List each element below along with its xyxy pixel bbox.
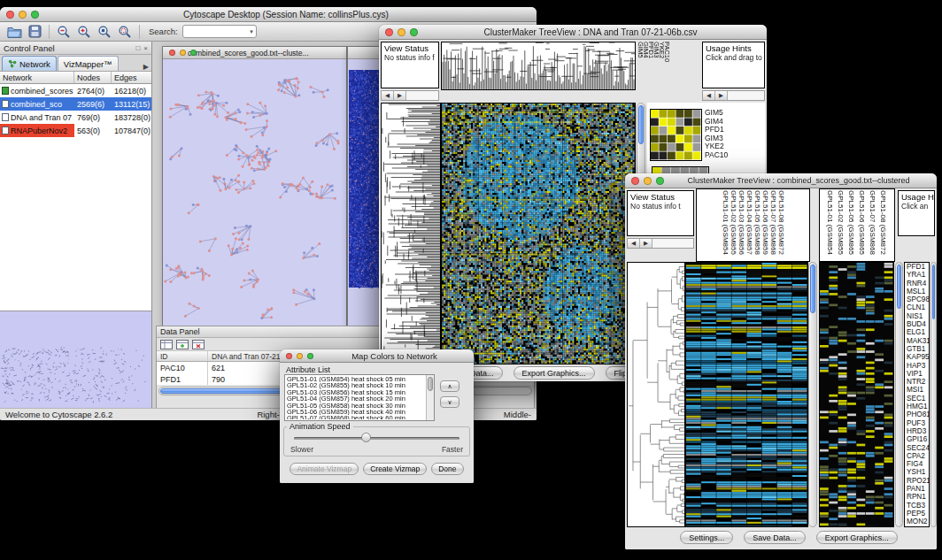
network-overview-canvas[interactable]	[0, 311, 151, 407]
network-row[interactable]: combined_scores 2764(0) 16218(0)	[0, 84, 151, 97]
scroll-left-button[interactable]: ◀	[703, 91, 715, 100]
minimize-window-button[interactable]	[19, 11, 27, 19]
gene-label[interactable]: BUD4	[907, 320, 929, 328]
close-window-button[interactable]	[169, 50, 175, 56]
scroll-track[interactable]	[728, 91, 764, 100]
scrollbar-thumb[interactable]	[932, 265, 935, 319]
zoom-window-button[interactable]	[410, 28, 418, 36]
gene-label[interactable]: GTB1	[907, 345, 929, 353]
minimize-window-button[interactable]	[398, 28, 405, 36]
float-panel-icon[interactable]: □	[135, 44, 140, 52]
gene-label[interactable]: TCB3	[907, 502, 929, 510]
network-row[interactable]: DNA and Tran 07 769(0) 183728(0)	[0, 111, 151, 124]
row-dendrogram-canvas[interactable]	[382, 104, 440, 364]
gene-label[interactable]: PAN1	[907, 485, 929, 493]
tab-overflow-arrow[interactable]: ▶	[143, 63, 149, 71]
scroll-right-button[interactable]: ▶	[715, 91, 728, 100]
correlation-matrix-canvas[interactable]	[651, 110, 701, 160]
scrollbar-thumb[interactable]	[428, 377, 433, 391]
scroll-left-button[interactable]: ◀	[628, 239, 640, 248]
attribute-item[interactable]: GPL51-03 (GSM856) heat shock 15 min	[287, 389, 425, 395]
gene-label[interactable]: YSH1	[907, 468, 929, 476]
scroll-left-button[interactable]: ◀	[382, 91, 394, 100]
gene-label[interactable]: MSI1	[907, 386, 929, 394]
column-dendrogram-canvas[interactable]	[442, 42, 635, 89]
secondary-heatmap-canvas[interactable]	[820, 263, 893, 526]
gene-label[interactable]: PUF3	[907, 419, 929, 427]
close-panel-icon[interactable]: ×	[143, 44, 148, 52]
gene-label[interactable]: RNR4	[907, 280, 929, 288]
close-window-button[interactable]	[286, 353, 292, 359]
scroll-track[interactable]	[652, 239, 693, 248]
attribute-item[interactable]: GPL51-05 (GSM858) heat shock 30 min	[287, 403, 425, 409]
minimize-window-button[interactable]	[180, 50, 186, 56]
gene-label[interactable]: RPO21	[907, 477, 929, 485]
create-attribute-icon[interactable]	[176, 340, 189, 349]
gene-label[interactable]: NTR2	[907, 378, 929, 386]
gene-label[interactable]: HAP3	[907, 362, 929, 370]
gene-label[interactable]: RPN1	[907, 493, 929, 501]
zoom-fit-button[interactable]	[96, 24, 113, 40]
gene-label[interactable]: GPI16	[907, 435, 929, 443]
vertical-scrollbar[interactable]	[895, 262, 903, 527]
gene-label[interactable]: CPA2	[907, 452, 929, 460]
attribute-item[interactable]: GPL51-06 (GSM859) heat shock 40 min	[287, 409, 425, 415]
dialog-button[interactable]: Animate Vizmap	[290, 463, 359, 475]
scroll-track[interactable]	[406, 91, 438, 100]
gene-label[interactable]: NIS1	[907, 312, 929, 320]
vertical-scrollbar[interactable]	[930, 262, 937, 527]
dialog-button[interactable]: Create Vizmap	[363, 463, 427, 475]
open-session-button[interactable]	[5, 24, 23, 40]
zoom-window-button[interactable]	[190, 50, 197, 56]
attribute-list[interactable]: GPL51-01 (GSM854) heat shock 05 minGPL51…	[284, 374, 435, 421]
heatmap-canvas[interactable]	[686, 263, 807, 526]
treeview-dna-titlebar[interactable]: ClusterMaker TreeView : DNA and Tran 07-…	[379, 25, 767, 40]
gene-label[interactable]: HRD3	[907, 427, 929, 435]
zoom-window-button[interactable]	[656, 177, 664, 185]
gene-label[interactable]: VIP1	[907, 370, 929, 378]
network-view-titlebar[interactable]	[348, 47, 382, 59]
attribute-item[interactable]: GPL51-01 (GSM854) heat shock 05 min	[287, 376, 425, 382]
gene-label[interactable]: SPC98	[907, 295, 929, 303]
vertical-scrollbar[interactable]	[808, 262, 817, 527]
gene-label[interactable]: MON2	[907, 518, 929, 525]
tab-network[interactable]: Network	[2, 56, 57, 71]
network-row[interactable]: RNAPuberNov2 563(0) 107847(0)	[0, 124, 151, 137]
zoom-out-button[interactable]	[55, 24, 73, 40]
scrollbar-thumb[interactable]	[638, 105, 644, 144]
close-window-button[interactable]	[385, 28, 393, 36]
heatmap-canvas[interactable]	[442, 104, 635, 364]
gene-label[interactable]: CLN1	[907, 303, 929, 311]
gene-label[interactable]: HMG1	[907, 403, 929, 410]
treeview-button[interactable]: Export Graphics...	[513, 366, 595, 380]
gene-label[interactable]: MAK31	[907, 337, 929, 345]
attribute-item[interactable]: GPL51-07 (GSM868) heat shock 60 min	[287, 415, 425, 419]
select-attributes-icon[interactable]	[160, 340, 173, 349]
main-titlebar[interactable]: Cytoscape Desktop (Session Name: collins…	[0, 7, 537, 22]
gene-label[interactable]: KAP95	[907, 353, 929, 361]
move-up-button[interactable]: ∧	[440, 380, 459, 392]
column-header[interactable]: Edges	[112, 72, 151, 83]
gene-label[interactable]: PHO81	[907, 410, 929, 418]
minimize-window-button[interactable]	[644, 177, 652, 185]
gene-label[interactable]: YRA1	[907, 271, 929, 279]
close-window-button[interactable]	[631, 177, 639, 185]
attribute-item[interactable]: GPL51-02 (GSM855) heat shock 10 min	[287, 382, 425, 388]
treeview-button[interactable]: Settings...	[680, 531, 733, 544]
dialog-titlebar[interactable]: Map Colors to Network	[280, 349, 474, 363]
gene-label[interactable]: MSL1	[907, 288, 929, 295]
zoom-selected-button[interactable]	[116, 24, 134, 40]
search-input[interactable]: ▾	[182, 25, 257, 38]
treeview-button[interactable]: Save Data...	[744, 531, 806, 544]
scrollbar-thumb[interactable]	[897, 265, 901, 309]
scroll-right-button[interactable]: ▶	[394, 91, 406, 100]
attribute-item[interactable]: GPL51-04 (GSM857) heat shock 20 min	[287, 395, 425, 402]
treeview-combined-titlebar[interactable]: ClusterMaker TreeView : combined_scores_…	[625, 173, 937, 188]
tab-vizmapper[interactable]: VizMapper™	[58, 56, 119, 71]
slider-thumb[interactable]	[361, 433, 371, 442]
treeview-button[interactable]: Export Graphics...	[816, 531, 898, 544]
dialog-button[interactable]: Done	[431, 463, 463, 475]
gene-label[interactable]: FIG4	[907, 460, 929, 468]
gene-label[interactable]: SEC1	[907, 395, 929, 403]
move-down-button[interactable]: ∨	[440, 396, 459, 408]
